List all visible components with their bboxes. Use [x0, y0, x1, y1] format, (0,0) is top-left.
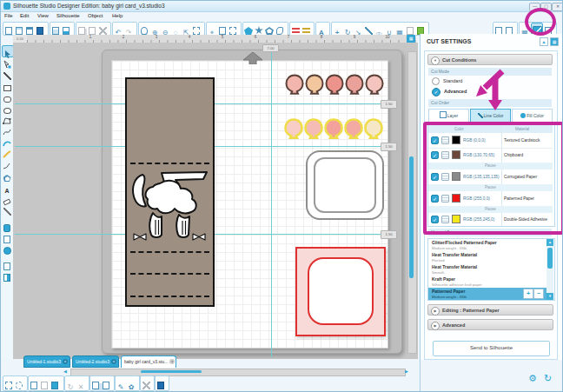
doc-tab-1[interactable]: Untitled-1.studio3x	[23, 355, 70, 368]
advanced-radio[interactable]: ✓	[432, 88, 440, 96]
shape-polygon-icon[interactable]	[264, 23, 275, 33]
knife-tool[interactable]	[2, 203, 12, 214]
rectangle-tool[interactable]	[2, 79, 12, 90]
menu-object[interactable]: Object	[88, 13, 103, 18]
cut-settings-icon[interactable]	[531, 23, 543, 35]
panel-options-icon[interactable]: ▦	[550, 37, 559, 46]
save-library-icon[interactable]	[35, 23, 45, 33]
row-checkbox[interactable]: ✓	[431, 136, 439, 144]
balloon-shape[interactable]	[364, 118, 383, 142]
shape-freeform-icon[interactable]	[275, 23, 285, 33]
arc-tool[interactable]	[2, 136, 12, 146]
close-tab-icon[interactable]: x	[111, 359, 116, 364]
options-flower-icon[interactable]: ✿	[126, 377, 136, 388]
color-row-brown[interactable]: ✓ RGB (130,70,65) Chipboard	[428, 148, 553, 163]
scroll-down-icon[interactable]: ▼	[546, 293, 553, 300]
store-panel-icon[interactable]	[2, 243, 12, 253]
add-material-button[interactable]: +	[523, 289, 533, 299]
open-file-icon[interactable]	[14, 23, 24, 33]
mirror-icon[interactable]: ◁▷	[374, 23, 384, 33]
rounded-rectangle-tool[interactable]	[2, 90, 12, 101]
cut-conditions-header[interactable]: ▼ Cut Conditions	[427, 54, 553, 65]
editing-section-header[interactable]: ▶ Editing : Patterned Paper	[427, 304, 553, 316]
canvas-vertical-scrollbar[interactable]	[407, 51, 417, 354]
menu-file[interactable]: File	[4, 13, 13, 18]
cut-icon[interactable]	[97, 23, 108, 33]
doc-tab-2[interactable]: Untitled-2.studio3x	[72, 355, 119, 368]
zoom-out-icon[interactable]: ⊖	[160, 23, 170, 33]
copy-style-icon[interactable]	[90, 377, 101, 388]
page-panel-icon[interactable]	[493, 23, 504, 33]
doc-tab-3-active[interactable]: baby girl card_v3.stu...x	[121, 355, 176, 368]
redo-icon[interactable]: ↷	[123, 23, 134, 33]
send-to-cutter-icon[interactable]	[61, 23, 71, 33]
edit-points-tool[interactable]	[2, 56, 12, 67]
page-setup-icon[interactable]	[217, 23, 228, 33]
polygon-tool[interactable]	[2, 113, 12, 123]
pages-panel-icon[interactable]	[2, 231, 12, 242]
text-tool-icon[interactable]: A	[316, 23, 327, 33]
collapse-panel-icon[interactable]: ▲	[540, 37, 548, 46]
balloon-shape[interactable]	[344, 118, 363, 142]
standard-radio[interactable]	[432, 77, 440, 85]
tab-layer[interactable]: Layer	[428, 109, 469, 123]
select-duplicate-icon[interactable]	[50, 377, 60, 388]
card-shape[interactable]	[125, 77, 215, 307]
red-frame-shape[interactable]	[295, 247, 386, 336]
split-view-icon[interactable]	[2, 269, 12, 280]
material-item[interactable]: Kraft Paper Silhouette adhesive kraft pa…	[428, 276, 546, 288]
transform-icon[interactable]: ↻	[65, 377, 76, 388]
balloon-shape[interactable]	[324, 118, 343, 142]
copy-icon[interactable]	[76, 23, 87, 33]
regular-polygon-tool[interactable]	[2, 169, 12, 180]
scrollbar-thumb[interactable]	[141, 370, 202, 373]
shape-pentagon-icon[interactable]	[243, 23, 254, 33]
close-button[interactable]: ✕	[552, 3, 563, 11]
fill-style-icon[interactable]	[301, 23, 311, 33]
scroll-up-icon[interactable]: ▲	[546, 239, 553, 246]
advanced-section-header[interactable]: ▶ Advanced	[427, 319, 553, 330]
shear-icon[interactable]	[363, 23, 374, 33]
select-tool[interactable]	[2, 45, 14, 57]
line-tool[interactable]	[2, 68, 12, 78]
close-tab-icon[interactable]: x	[63, 359, 68, 364]
balloon-shape[interactable]	[285, 74, 304, 97]
send-to-silhouette-button[interactable]: Send to Silhouette	[433, 341, 550, 356]
material-list-scrollbar[interactable]: ▲ ▼	[546, 239, 553, 300]
cut-toggle-icon[interactable]	[441, 136, 449, 144]
shape-star-icon[interactable]	[254, 23, 264, 33]
print-icon[interactable]	[50, 23, 61, 33]
standard-label[interactable]: Standard	[443, 78, 462, 83]
grid-panel-icon[interactable]: ▦	[520, 23, 530, 33]
settings-gear-icon[interactable]: ⚙	[528, 373, 537, 384]
balloon-shape[interactable]	[304, 118, 323, 142]
paste-style-icon[interactable]	[101, 377, 111, 388]
color-row-black[interactable]: ✓ RGB (0,0,0) Textured Cardstock	[428, 133, 553, 149]
menu-view[interactable]: View	[37, 13, 49, 18]
zoom-in-icon[interactable]: ⊕	[149, 23, 160, 33]
material-item[interactable]: Glitter/Flocked Patterned Paper Medium w…	[428, 239, 546, 251]
cut-toggle-icon[interactable]	[441, 195, 449, 203]
zoom-selection-icon[interactable]: ◌	[170, 23, 181, 33]
balloon-shape[interactable]	[305, 74, 324, 97]
minimize-button[interactable]: —	[529, 3, 540, 11]
scroll-right-arrow[interactable]: ▶	[405, 369, 408, 374]
graph-icon[interactable]	[141, 377, 151, 388]
color-row-yellow[interactable]: ✓ RGB (255,245,0) Double-Sided Adhesive	[428, 213, 553, 226]
design-view-icon[interactable]	[2, 258, 12, 269]
lasso-select-icon[interactable]	[14, 377, 24, 388]
menu-help[interactable]: Help	[112, 13, 123, 18]
offset-icon[interactable]	[415, 23, 426, 33]
cut-toggle-icon[interactable]	[441, 216, 449, 223]
rounded-frame-shape[interactable]	[306, 150, 384, 220]
trace-icon[interactable]: ▦	[394, 23, 405, 33]
maximize-button[interactable]: ▢	[540, 3, 552, 11]
document-tools-icon[interactable]	[543, 23, 553, 33]
advanced-label[interactable]: Advanced	[444, 89, 467, 94]
weld-icon[interactable]: ∪	[384, 23, 394, 33]
text-tool[interactable]: A	[2, 181, 12, 191]
tab-line-color[interactable]: Line Color	[470, 109, 511, 123]
remove-material-button[interactable]: −	[533, 289, 544, 299]
curve-tool[interactable]	[2, 124, 12, 135]
eraser-tool[interactable]	[2, 192, 12, 203]
